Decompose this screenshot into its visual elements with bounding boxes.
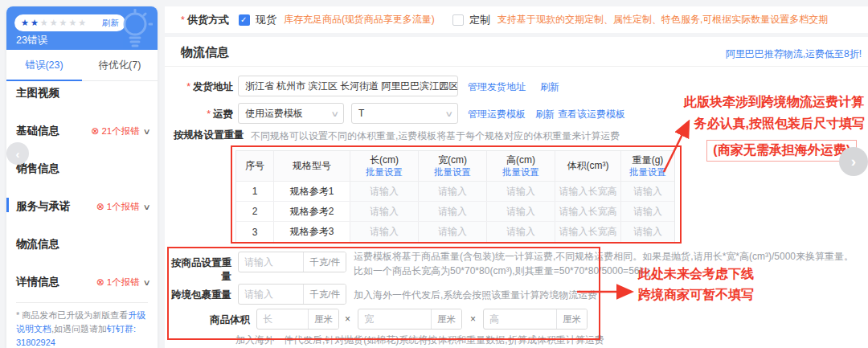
sidebar: ★ ★ ★ ★ ★ ★ ★ 刷新 23错误 错误(23) 待优化(7) 主图视频 xyxy=(6,6,158,348)
spec-weight-table: 序号 规格型号 长(cm) 批量设置 宽(cm) 批量设置 高(cm) 批量设置… xyxy=(235,150,675,243)
volume-width-input[interactable] xyxy=(358,309,431,329)
manage-template-link[interactable]: 管理运费模板 xyxy=(468,108,526,121)
star-icon: ★ xyxy=(78,18,86,27)
volume-height-field: 厘米 xyxy=(483,309,588,330)
refresh-template-link[interactable]: 刷新 xyxy=(535,108,555,121)
tab-errors[interactable]: 错误(23) xyxy=(6,50,82,80)
volume-height-input[interactable] xyxy=(484,309,556,329)
length-input-cell[interactable]: 请输入 xyxy=(350,222,419,242)
sidebar-item-detail-info[interactable]: 详情信息 ⊗ 1个报错 ∨ xyxy=(6,273,158,291)
star-icon: ★ xyxy=(50,18,58,27)
collapse-left-button[interactable]: ‹ xyxy=(6,142,29,165)
lightbulb-icon xyxy=(116,9,153,50)
manage-address-link[interactable]: 管理发货地址 xyxy=(468,80,526,94)
width-input-cell[interactable]: 请输入 xyxy=(419,202,487,221)
product-weight-desc: 运费模板将基于商品重量(含包装)统一计算运费,不同规格运费相同。如果是抛货,请用… xyxy=(354,250,858,278)
batch-set-weight-link[interactable]: 批量设置 xyxy=(629,166,666,178)
sidebar-item-basic-info[interactable]: 基础信息 ⊗ 21个报错 ∨ xyxy=(6,122,158,140)
star-icon: ★ xyxy=(59,18,68,27)
section-title: 物流信息 xyxy=(181,45,229,60)
col-weight: 重量(g) 批量设置 xyxy=(621,151,674,181)
sidebar-item-logistics-info[interactable]: 物流信息 xyxy=(6,235,158,253)
sidebar-item-service-promise[interactable]: 服务与承诺 ⊗ 1个报错 ∨ xyxy=(6,198,158,215)
star-icon: ★ xyxy=(68,18,76,27)
freight-template-select[interactable]: T ∨ xyxy=(351,103,458,124)
col-index: 序号 xyxy=(236,151,274,181)
volume-input-cell[interactable]: 请输入长宽高 xyxy=(555,202,621,221)
ship-address-label: *发货地址 xyxy=(169,80,233,94)
batch-set-height-link[interactable]: 批量设置 xyxy=(502,166,539,178)
multiply-sign: × xyxy=(470,313,476,325)
refresh-address-link[interactable]: 刷新 xyxy=(540,80,559,94)
volume-desc: 加入海外一件代发后,针对抛货(如棉花)系统将按体积和重量数据,折算成体积重计算运… xyxy=(235,334,604,347)
divider xyxy=(165,66,868,67)
custom-goods-checkbox[interactable] xyxy=(452,14,464,26)
product-weight-label: 按商品设置重量 xyxy=(167,256,231,284)
volume-input-cell[interactable]: 请输入长宽高 xyxy=(555,182,621,201)
col-volume: 体积(cm³) xyxy=(555,151,621,181)
height-input-cell[interactable]: 请输入 xyxy=(487,222,555,242)
length-input-cell[interactable]: 请输入 xyxy=(350,182,419,201)
custom-goods-label: 定制 xyxy=(469,13,490,27)
volume-length-field: 厘米 xyxy=(256,309,339,330)
product-weight-input[interactable] xyxy=(239,252,303,272)
cross-weight-input[interactable] xyxy=(239,285,303,304)
chevron-down-icon[interactable]: ∨ xyxy=(142,278,150,287)
annotation-bottom-line2: 跨境商家可暂不填写 xyxy=(638,287,754,304)
chevron-down-icon: ∨ xyxy=(444,82,453,91)
divider xyxy=(16,302,148,303)
volume-length-input[interactable] xyxy=(257,309,308,329)
batch-set-length-link[interactable]: 批量设置 xyxy=(366,166,403,178)
height-input-cell[interactable]: 请输入 xyxy=(487,202,555,221)
volume-label: 商品体积 xyxy=(186,313,250,327)
freight-mode-select[interactable]: 使用运费模板 ∨ xyxy=(238,103,344,124)
spec-weight-label: 按规格设置重量 xyxy=(174,129,244,142)
weight-input-cell[interactable]: 请输入 xyxy=(621,182,674,201)
cross-weight-field: 千克/件 xyxy=(238,284,346,305)
error-badge: ⊗ 1个报错 ∨ xyxy=(96,276,149,289)
cross-weight-label: 跨境包裹重量 xyxy=(167,289,231,302)
chevron-down-icon: ∨ xyxy=(330,109,339,118)
spec-name: 规格参考3 xyxy=(274,222,350,242)
sidebar-item-sales-info[interactable]: 销售信息 xyxy=(6,160,158,178)
row-index: 3 xyxy=(236,222,274,242)
spot-goods-checkbox[interactable] xyxy=(239,14,250,26)
view-template-link[interactable]: 查看该运费模板 xyxy=(558,108,625,121)
sidebar-tabs: 错误(23) 待优化(7) xyxy=(6,50,158,81)
batch-set-width-link[interactable]: 批量设置 xyxy=(434,166,471,178)
table-row: 1 规格参考1 请输入 请输入 请输入 请输入长宽高 请输入 xyxy=(236,182,674,202)
error-badge: ⊗ 1个报错 ∨ xyxy=(96,201,149,213)
chevron-down-icon[interactable]: ∨ xyxy=(142,203,150,211)
annotation-top-line2: 务必认真,按照包装后尺寸填写 xyxy=(694,116,865,133)
spec-name: 规格参考2 xyxy=(274,202,350,221)
table-row: 3 规格参考3 请输入 请输入 请输入 请输入长宽高 请输入 xyxy=(236,222,674,242)
ship-address-select[interactable]: 浙江省 杭州市 滨江区 长河街道 阿里巴巴滨江园区 ∨ xyxy=(238,76,458,96)
page: ★ ★ ★ ★ ★ ★ ★ 刷新 23错误 错误(23) 待优化(7) 主图视频 xyxy=(0,0,868,348)
logistics-promo-link[interactable]: 阿里巴巴推荐物流,运费低至8折! xyxy=(726,47,862,61)
supply-method-label: 供货方式 xyxy=(187,13,229,27)
col-width: 宽(cm) 批量设置 xyxy=(419,151,487,181)
multiply-sign: × xyxy=(345,313,350,325)
volume-input-cell[interactable]: 请输入长宽高 xyxy=(555,222,621,242)
col-length: 长(cm) 批量设置 xyxy=(350,151,419,181)
freight-label: *运费 xyxy=(169,108,233,121)
weight-input-cell[interactable]: 请输入 xyxy=(621,222,674,242)
cross-weight-desc: 加入海外一件代发后,系统会按照该重量计算跨境物流运费 xyxy=(354,289,597,302)
error-circle-icon: ⊗ xyxy=(96,202,104,211)
length-input-cell[interactable]: 请输入 xyxy=(350,202,419,221)
chevron-left-icon: ‹ xyxy=(16,147,20,161)
unit-cm: 厘米 xyxy=(556,309,587,329)
sidebar-footnote: * 商品发布已升级为新版查看升级说明文档,如遇问题请加钉钉群: 31802924 xyxy=(16,309,149,348)
sidebar-item-main-media[interactable]: 主图视频 xyxy=(6,84,158,102)
width-input-cell[interactable]: 请输入 xyxy=(419,182,487,201)
scroll-right-button[interactable]: › xyxy=(839,147,868,176)
annotation-top-line1: 此版块牵涉到跨境物流运费计算 xyxy=(684,94,864,111)
spot-goods-desc: 库存充足商品(现货商品享更多流量) xyxy=(284,13,435,27)
product-weight-unit: 千克/件 xyxy=(303,252,346,272)
rating-pill: ★ ★ ★ ★ ★ ★ ★ 刷新 xyxy=(14,14,125,31)
weight-input-cell[interactable]: 请输入 xyxy=(621,202,674,221)
width-input-cell[interactable]: 请输入 xyxy=(419,222,487,242)
tab-to-optimize[interactable]: 待优化(7) xyxy=(82,50,158,80)
height-input-cell[interactable]: 请输入 xyxy=(487,182,555,201)
chevron-down-icon[interactable]: ∨ xyxy=(142,127,150,136)
